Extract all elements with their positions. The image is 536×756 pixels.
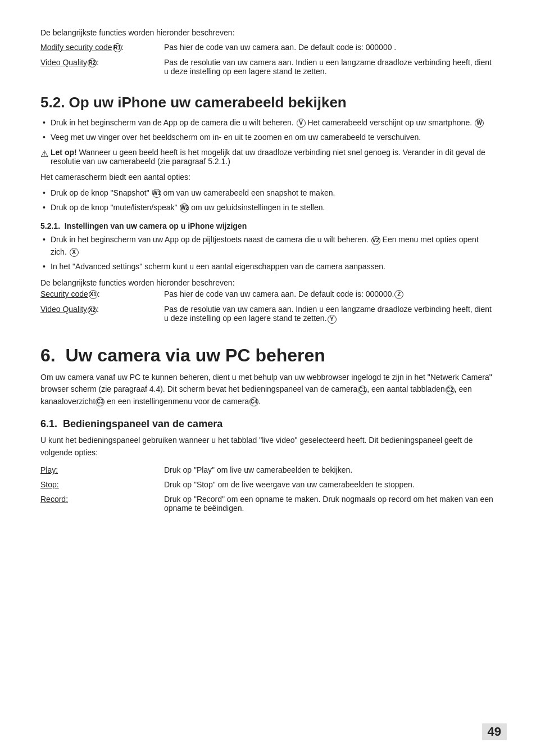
badge-W: W: [475, 119, 484, 128]
bullet-52-2: Veeg met uw vinger over het beeldscherm …: [40, 132, 496, 144]
intro-def-table: Modify security codeR1: Pas hier de code…: [40, 43, 496, 82]
section-52-bullets2: Druk op de knop "Snapshot" W1 om van uw …: [40, 187, 496, 214]
term-video-quality-2: Video Quality: [40, 305, 87, 314]
section-61-heading: 6.1. Bedieningspaneel van de camera: [40, 418, 496, 430]
def-desc-vq: Pas de resolutie van uw camera aan. Indi…: [164, 305, 496, 329]
sub-521-bullet-1-text: Druk in het beginscherm van uw App op de…: [51, 235, 479, 256]
section-52-title: Op uw iPhone uw camerabeeld bekijken: [69, 94, 347, 111]
def-term-stop: Stop:: [40, 480, 164, 495]
badge-W1: W1: [152, 189, 161, 198]
vq-desc-text: Pas de resolutie van uw camera aan. Indi…: [164, 305, 492, 323]
def-term-2: Video QualityR2:: [40, 58, 164, 82]
section-61-def-table: Play: Druk op "Play" om live uw camerabe…: [40, 465, 496, 518]
sub-521-bullet-2-text: In het "Advanced settings" scherm kunt u…: [51, 262, 385, 271]
def-term-record: Record:: [40, 495, 164, 518]
def-row-security: Security codeX1: Pas hier de code van uw…: [40, 289, 496, 305]
sub-521-bullets: Druk in het beginscherm van uw App op de…: [40, 234, 496, 273]
def-desc-2: Pas de resolutie van uw camera aan. Indi…: [164, 58, 496, 82]
badge-X2: X2: [88, 306, 97, 315]
section-52-num: 5.2.: [40, 94, 65, 111]
def-desc-record: Druk op "Record" om een opname te maken.…: [164, 495, 496, 518]
badge-R1: R1: [113, 43, 122, 52]
bullet-52-b2: Druk op de knop "mute/listen/speak" W2 o…: [40, 202, 496, 214]
security-desc-text: Pas hier de code van uw camera aan. De d…: [164, 289, 403, 298]
badge-Z: Z: [394, 290, 403, 299]
sub-521-desc: De belangrijkste functies worden hierond…: [40, 277, 496, 289]
term-modify-security: Modify security code: [40, 43, 112, 52]
section-61-title: Bedieningspaneel van de camera: [63, 418, 222, 429]
def-term-1: Modify security codeR1:: [40, 43, 164, 58]
section-61-desc: U kunt het bedieningspaneel gebruiken wa…: [40, 434, 496, 459]
intro-description: De belangrijkste functies worden hierond…: [40, 27, 496, 39]
section-6-num: 6.: [40, 345, 56, 365]
sub-521-heading: 5.2.1. Instellingen van uw camera op u i…: [40, 221, 496, 230]
term-play: Play:: [40, 465, 58, 474]
def-row-2: Video QualityR2: Pas de resolutie van uw…: [40, 58, 496, 82]
bullet-52-b1-text: Druk op de knop "Snapshot" W1 om van uw …: [51, 188, 335, 197]
warning-icon: ⚠: [40, 148, 48, 159]
term-video-quality: Video Quality: [40, 58, 87, 67]
def-desc-security: Pas hier de code van uw camera aan. De d…: [164, 289, 496, 305]
badge-C2: C2: [446, 386, 455, 395]
bullet-52-2-text: Veeg met uw vinger over het beeldscherm …: [51, 133, 421, 142]
section-52-heading: 5.2. Op uw iPhone uw camerabeeld bekijke…: [40, 94, 496, 111]
sub-521-num: 5.2.1.: [40, 221, 60, 230]
badge-V: V: [297, 119, 306, 128]
warning-block: ⚠ Let op! Wanneer u geen beeld heeft is …: [40, 148, 496, 166]
section-6-heading: 6. Uw camera via uw PC beheren: [40, 345, 496, 366]
badge-C3: C3: [96, 397, 105, 406]
page-content: De belangrijkste functies worden hierond…: [0, 0, 536, 556]
bullet-52-1: Druk in het beginscherm van de App op de…: [40, 117, 496, 129]
def-row-1: Modify security codeR1: Pas hier de code…: [40, 43, 496, 58]
section-52-bullets: Druk in het beginscherm van de App op de…: [40, 117, 496, 143]
sub-521-def-table: Security codeX1: Pas hier de code van uw…: [40, 289, 496, 329]
after-warning-text: Het camerascherm biedt een aantal opties…: [40, 171, 496, 184]
term-stop: Stop:: [40, 480, 59, 489]
warning-bold: Let op!: [51, 148, 77, 157]
badge-W2: W2: [180, 203, 189, 212]
term-record: Record:: [40, 495, 68, 504]
bullet-52-b2-text: Druk op de knop "mute/listen/speak" W2 o…: [51, 203, 325, 212]
def-row-play: Play: Druk op "Play" om live uw camerabe…: [40, 465, 496, 480]
badge-R2: R2: [88, 58, 97, 67]
def-term-vq: Video QualityX2:: [40, 305, 164, 329]
sub-521-bullet-1: Druk in het beginscherm van uw App op de…: [40, 234, 496, 258]
def-desc-1: Pas hier de code van uw camera aan. De d…: [164, 43, 496, 58]
section-6-intro: Om uw camera vanaf uw PC te kunnen beher…: [40, 372, 496, 408]
def-row-vq: Video QualityX2: Pas de resolutie van uw…: [40, 305, 496, 329]
sub-521-bullet-2: In het "Advanced settings" scherm kunt u…: [40, 261, 496, 273]
bullet-52-b1: Druk op de knop "Snapshot" W1 om van uw …: [40, 187, 496, 200]
section-6-title: Uw camera via uw PC beheren: [65, 345, 325, 365]
badge-V2: V2: [371, 236, 380, 245]
def-row-stop: Stop: Druk op "Stop" om de live weergave…: [40, 480, 496, 495]
term-security-code: Security code: [40, 289, 88, 298]
warning-text: Let op! Wanneer u geen beeld heeft is he…: [51, 148, 496, 166]
badge-C1: C1: [358, 386, 367, 395]
badge-X1: X1: [89, 290, 98, 299]
badge-C4: C4: [249, 397, 258, 406]
warning-content: Wanneer u geen beeld heeft is het mogeli…: [51, 148, 485, 166]
bullet-52-1-text: Druk in het beginscherm van de App op de…: [51, 118, 484, 127]
def-term-security: Security codeX1:: [40, 289, 164, 305]
page-number: 49: [482, 723, 507, 740]
badge-X: X: [70, 248, 79, 257]
def-term-play: Play:: [40, 465, 164, 480]
section-61-num: 6.1.: [40, 418, 57, 429]
sub-521-title: Instellingen van uw camera op u iPhone w…: [65, 221, 247, 230]
badge-Y: Y: [328, 315, 337, 324]
def-desc-stop: Druk op "Stop" om de live weergave van u…: [164, 480, 496, 495]
def-desc-play: Druk op "Play" om live uw camerabeelden …: [164, 465, 496, 480]
def-row-record: Record: Druk op "Record" om een opname t…: [40, 495, 496, 518]
